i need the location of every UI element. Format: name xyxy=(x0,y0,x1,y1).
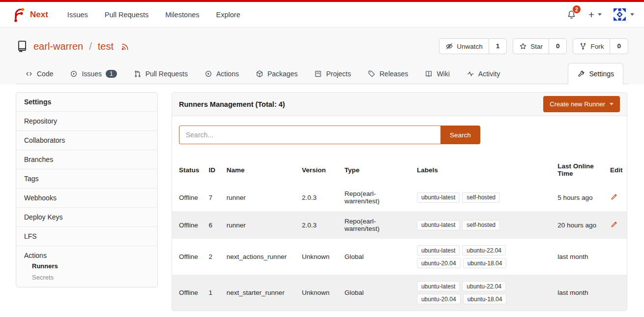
tab-actions[interactable]: Actions xyxy=(200,64,244,84)
runner-id: 7 xyxy=(205,184,223,211)
sidebar-item-deploy-keys[interactable]: Deploy Keys xyxy=(16,208,157,227)
sidebar-item-branches[interactable]: Branches xyxy=(16,150,157,169)
create-new-dropdown[interactable]: + xyxy=(588,9,602,20)
tab-packages[interactable]: Packages xyxy=(251,64,302,84)
fork-count[interactable]: 0 xyxy=(610,39,628,54)
unwatch-button[interactable]: Unwatch 1 xyxy=(439,38,507,54)
tab-code-label: Code xyxy=(37,70,53,78)
edit-runner-button[interactable] xyxy=(610,192,618,201)
runner-id: 1 xyxy=(205,275,223,311)
nav-link-pull-requests[interactable]: Pull Requests xyxy=(96,6,157,24)
sidebar-item-runners[interactable]: Runners xyxy=(24,259,149,271)
create-new-runner-button[interactable]: Create new Runner xyxy=(543,96,620,112)
open-book-icon xyxy=(425,70,433,78)
edit-runner-button[interactable] xyxy=(610,220,618,228)
package-cube-icon xyxy=(256,70,263,78)
star-count[interactable]: 0 xyxy=(549,39,567,54)
fork-button[interactable]: Fork 0 xyxy=(573,38,628,54)
tab-settings-label: Settings xyxy=(589,70,614,78)
sidebar-item-lfs[interactable]: LFS xyxy=(16,227,157,246)
runner-id: 6 xyxy=(205,211,223,239)
runner-name: runner xyxy=(223,184,298,211)
sidebar-group-actions: Actions Runners Secrets xyxy=(16,246,157,287)
tab-activity[interactable]: Activity xyxy=(462,64,505,84)
brand-home-link[interactable]: Next xyxy=(10,7,48,23)
sidebar-item-repository[interactable]: Repository xyxy=(16,112,157,131)
search-button[interactable]: Search xyxy=(440,126,480,144)
runner-id: 2 xyxy=(205,239,223,275)
star-button[interactable]: Star 0 xyxy=(513,38,567,54)
page-content: Settings Repository Collaborators Branch… xyxy=(0,84,644,311)
sidebar-item-settings[interactable]: Settings xyxy=(16,93,157,112)
runner-labels: ubuntu-latest self-hosted xyxy=(417,220,550,230)
label-chip: ubuntu-22.04 xyxy=(462,281,506,291)
notifications-button[interactable]: 2 xyxy=(565,8,578,21)
table-row: Offline 2 next_actions_runner Unknown Gl… xyxy=(172,239,627,275)
repo-owner-link[interactable]: earl-warren xyxy=(33,41,83,52)
label-chip: ubuntu-22.04 xyxy=(462,245,506,255)
column-status: Status xyxy=(172,156,205,184)
column-last-online-time: Last Online Time xyxy=(554,156,606,184)
repo-name-link[interactable]: test xyxy=(98,41,114,52)
tab-packages-label: Packages xyxy=(267,70,297,78)
user-menu-dropdown[interactable] xyxy=(613,7,634,22)
tab-issues-label: Issues xyxy=(82,70,101,78)
chevron-down-icon xyxy=(630,13,634,16)
sidebar-item-tags[interactable]: Tags xyxy=(16,169,157,189)
tab-projects[interactable]: Projects xyxy=(309,64,356,84)
tab-actions-label: Actions xyxy=(216,70,239,78)
sidebar-item-actions[interactable]: Actions xyxy=(24,252,149,259)
column-id: ID xyxy=(205,156,223,184)
label-chip: ubuntu-latest xyxy=(417,245,460,255)
nav-link-milestones[interactable]: Milestones xyxy=(157,6,207,24)
label-chip: self-hosted xyxy=(462,220,500,230)
tab-wiki[interactable]: Wiki xyxy=(420,64,454,84)
play-circle-icon xyxy=(205,70,212,78)
runner-last-online: 20 hours ago xyxy=(554,211,606,239)
nav-link-issues[interactable]: Issues xyxy=(59,6,96,24)
search-input[interactable] xyxy=(179,126,440,144)
label-chip: self-hosted xyxy=(462,192,500,203)
tab-code[interactable]: Code xyxy=(20,64,58,84)
column-version: Version xyxy=(298,156,341,184)
runner-version: 2.0.3 xyxy=(298,211,341,239)
label-chip: ubuntu-18.04 xyxy=(463,258,507,268)
runner-version: Unknown xyxy=(298,239,341,275)
tab-projects-label: Projects xyxy=(326,70,351,78)
sidebar-item-collaborators[interactable]: Collaborators xyxy=(16,131,157,150)
tab-releases[interactable]: Releases xyxy=(363,64,413,84)
runner-type: Global xyxy=(341,275,413,311)
runner-name: next_actions_runner xyxy=(223,239,298,275)
star-icon xyxy=(519,42,527,50)
column-name: Name xyxy=(223,156,298,184)
tab-issues[interactable]: Issues 1 xyxy=(65,64,121,84)
nav-link-explore[interactable]: Explore xyxy=(208,6,249,24)
column-type: Type xyxy=(341,156,413,184)
runner-status: Offline xyxy=(172,239,205,275)
runner-labels: ubuntu-latest self-hosted xyxy=(417,192,550,203)
sidebar-item-webhooks[interactable]: Webhooks xyxy=(16,189,157,208)
repo-path-separator: / xyxy=(89,41,92,52)
watch-count[interactable]: 1 xyxy=(489,39,507,54)
column-edit: Edit xyxy=(606,156,627,184)
settings-sidebar: Settings Repository Collaborators Branch… xyxy=(16,92,158,287)
notification-count-badge: 2 xyxy=(572,5,581,14)
issue-circle-icon xyxy=(70,70,78,78)
tab-settings[interactable]: Settings xyxy=(568,63,623,84)
tab-pull-requests[interactable]: Pull Requests xyxy=(129,64,193,84)
panel-header: Runners Management (Total: 4) Create new… xyxy=(172,93,627,116)
pulse-icon xyxy=(467,70,474,78)
label-chip: ubuntu-18.04 xyxy=(463,294,507,304)
repo-tab-bar: Code Issues 1 Pull Requests xyxy=(16,61,628,84)
create-new-runner-label: Create new Runner xyxy=(550,100,605,108)
eye-slash-icon xyxy=(445,42,453,50)
runner-type: Repo(earl-warren/test) xyxy=(341,184,413,211)
rss-feed-icon[interactable] xyxy=(120,42,130,51)
fork-label: Fork xyxy=(590,43,604,50)
sidebar-item-secrets[interactable]: Secrets xyxy=(24,271,149,282)
runner-status: Offline xyxy=(172,275,205,311)
table-row: Offline 6 runner 2.0.3 Repo(earl-warren/… xyxy=(172,211,627,239)
column-labels: Labels xyxy=(413,156,554,184)
runner-name: next_starter_runner xyxy=(223,275,298,311)
tab-releases-label: Releases xyxy=(380,70,408,78)
